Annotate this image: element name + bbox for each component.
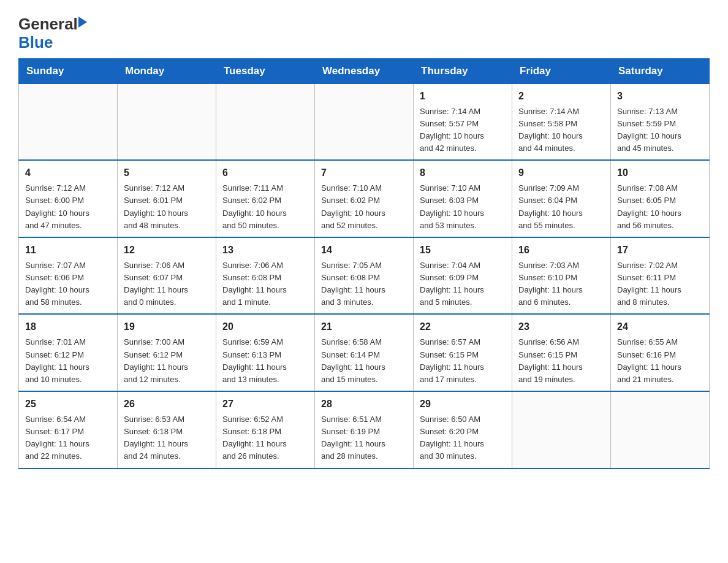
day-info: Sunrise: 6:55 AM Sunset: 6:16 PM Dayligh…	[617, 336, 703, 386]
day-number: 29	[420, 397, 506, 412]
logo-general-text: General	[18, 15, 78, 34]
calendar-cell: 4Sunrise: 7:12 AM Sunset: 6:00 PM Daylig…	[19, 160, 118, 237]
day-info: Sunrise: 7:12 AM Sunset: 6:00 PM Dayligh…	[25, 182, 111, 232]
calendar-cell: 2Sunrise: 7:14 AM Sunset: 5:58 PM Daylig…	[512, 83, 611, 160]
calendar-cell: 17Sunrise: 7:02 AM Sunset: 6:11 PM Dayli…	[611, 237, 710, 315]
calendar-cell: 15Sunrise: 7:04 AM Sunset: 6:09 PM Dayli…	[414, 237, 512, 315]
day-info: Sunrise: 7:13 AM Sunset: 5:59 PM Dayligh…	[617, 105, 703, 155]
day-number: 16	[518, 243, 604, 258]
weekday-header-tuesday: Tuesday	[216, 58, 315, 83]
day-info: Sunrise: 6:51 AM Sunset: 6:19 PM Dayligh…	[321, 413, 407, 463]
calendar-cell: 22Sunrise: 6:57 AM Sunset: 6:15 PM Dayli…	[414, 314, 512, 391]
calendar-cell: 1Sunrise: 7:14 AM Sunset: 5:57 PM Daylig…	[414, 83, 512, 160]
calendar-week-row: 1Sunrise: 7:14 AM Sunset: 5:57 PM Daylig…	[19, 83, 710, 160]
page-header: General Blue	[18, 12, 710, 52]
calendar-cell: 6Sunrise: 7:11 AM Sunset: 6:02 PM Daylig…	[216, 160, 315, 237]
day-info: Sunrise: 7:14 AM Sunset: 5:57 PM Dayligh…	[420, 105, 506, 155]
calendar-cell: 10Sunrise: 7:08 AM Sunset: 6:05 PM Dayli…	[611, 160, 710, 237]
calendar-cell: 13Sunrise: 7:06 AM Sunset: 6:08 PM Dayli…	[216, 237, 315, 315]
day-number: 24	[617, 320, 703, 334]
calendar-week-row: 11Sunrise: 7:07 AM Sunset: 6:06 PM Dayli…	[19, 237, 710, 315]
calendar-cell: 8Sunrise: 7:10 AM Sunset: 6:03 PM Daylig…	[414, 160, 512, 237]
day-number: 15	[420, 243, 506, 258]
calendar-cell: 5Sunrise: 7:12 AM Sunset: 6:01 PM Daylig…	[118, 160, 216, 237]
logo-arrow-icon	[78, 17, 87, 28]
weekday-header-row: SundayMondayTuesdayWednesdayThursdayFrid…	[19, 58, 710, 83]
weekday-header-monday: Monday	[118, 58, 216, 83]
day-info: Sunrise: 6:52 AM Sunset: 6:18 PM Dayligh…	[222, 413, 308, 463]
weekday-header-friday: Friday	[512, 58, 611, 83]
day-info: Sunrise: 7:14 AM Sunset: 5:58 PM Dayligh…	[518, 105, 604, 155]
calendar-cell: 3Sunrise: 7:13 AM Sunset: 5:59 PM Daylig…	[611, 83, 710, 160]
day-number: 20	[222, 320, 308, 334]
calendar-cell: 21Sunrise: 6:58 AM Sunset: 6:14 PM Dayli…	[315, 314, 414, 391]
day-info: Sunrise: 7:10 AM Sunset: 6:03 PM Dayligh…	[420, 182, 506, 232]
day-info: Sunrise: 7:04 AM Sunset: 6:09 PM Dayligh…	[420, 259, 506, 309]
day-info: Sunrise: 6:59 AM Sunset: 6:13 PM Dayligh…	[222, 336, 308, 386]
day-number: 13	[222, 243, 308, 258]
day-number: 23	[518, 320, 604, 334]
calendar-cell	[315, 83, 414, 160]
day-info: Sunrise: 7:02 AM Sunset: 6:11 PM Dayligh…	[617, 259, 703, 309]
day-info: Sunrise: 6:54 AM Sunset: 6:17 PM Dayligh…	[25, 413, 111, 463]
day-number: 25	[25, 397, 111, 412]
day-number: 12	[124, 243, 210, 258]
day-number: 7	[321, 166, 407, 180]
calendar-table: SundayMondayTuesdayWednesdayThursdayFrid…	[18, 58, 710, 469]
weekday-header-wednesday: Wednesday	[315, 58, 414, 83]
day-info: Sunrise: 7:06 AM Sunset: 6:08 PM Dayligh…	[222, 259, 308, 309]
calendar-cell: 18Sunrise: 7:01 AM Sunset: 6:12 PM Dayli…	[19, 314, 118, 391]
day-info: Sunrise: 7:05 AM Sunset: 6:08 PM Dayligh…	[321, 259, 407, 309]
calendar-cell: 20Sunrise: 6:59 AM Sunset: 6:13 PM Dayli…	[216, 314, 315, 391]
calendar-cell: 23Sunrise: 6:56 AM Sunset: 6:15 PM Dayli…	[512, 314, 611, 391]
day-info: Sunrise: 7:10 AM Sunset: 6:02 PM Dayligh…	[321, 182, 407, 232]
day-info: Sunrise: 7:06 AM Sunset: 6:07 PM Dayligh…	[124, 259, 210, 309]
calendar-cell	[216, 83, 315, 160]
day-number: 18	[25, 320, 111, 334]
calendar-cell	[118, 83, 216, 160]
day-number: 9	[518, 166, 604, 180]
calendar-cell	[512, 391, 611, 469]
calendar-cell: 24Sunrise: 6:55 AM Sunset: 6:16 PM Dayli…	[611, 314, 710, 391]
day-number: 27	[222, 397, 308, 412]
day-number: 4	[25, 166, 111, 180]
day-info: Sunrise: 7:09 AM Sunset: 6:04 PM Dayligh…	[518, 182, 604, 232]
calendar-cell: 28Sunrise: 6:51 AM Sunset: 6:19 PM Dayli…	[315, 391, 414, 469]
day-number: 5	[124, 166, 210, 180]
day-info: Sunrise: 7:12 AM Sunset: 6:01 PM Dayligh…	[124, 182, 210, 232]
weekday-header-sunday: Sunday	[19, 58, 118, 83]
calendar-cell: 11Sunrise: 7:07 AM Sunset: 6:06 PM Dayli…	[19, 237, 118, 315]
day-info: Sunrise: 7:07 AM Sunset: 6:06 PM Dayligh…	[25, 259, 111, 309]
calendar-cell	[611, 391, 710, 469]
logo: General Blue	[18, 12, 87, 52]
day-info: Sunrise: 6:57 AM Sunset: 6:15 PM Dayligh…	[420, 336, 506, 386]
day-number: 26	[124, 397, 210, 412]
calendar-cell: 12Sunrise: 7:06 AM Sunset: 6:07 PM Dayli…	[118, 237, 216, 315]
logo-blue-text: Blue	[18, 33, 53, 52]
day-info: Sunrise: 7:00 AM Sunset: 6:12 PM Dayligh…	[124, 336, 210, 386]
day-info: Sunrise: 6:50 AM Sunset: 6:20 PM Dayligh…	[420, 413, 506, 463]
day-info: Sunrise: 6:58 AM Sunset: 6:14 PM Dayligh…	[321, 336, 407, 386]
calendar-week-row: 25Sunrise: 6:54 AM Sunset: 6:17 PM Dayli…	[19, 391, 710, 469]
weekday-header-saturday: Saturday	[611, 58, 710, 83]
day-number: 3	[617, 89, 703, 104]
day-info: Sunrise: 6:56 AM Sunset: 6:15 PM Dayligh…	[518, 336, 604, 386]
day-number: 17	[617, 243, 703, 258]
calendar-cell: 26Sunrise: 6:53 AM Sunset: 6:18 PM Dayli…	[118, 391, 216, 469]
day-number: 6	[222, 166, 308, 180]
day-number: 21	[321, 320, 407, 334]
day-info: Sunrise: 7:01 AM Sunset: 6:12 PM Dayligh…	[25, 336, 111, 386]
day-number: 14	[321, 243, 407, 258]
calendar-week-row: 18Sunrise: 7:01 AM Sunset: 6:12 PM Dayli…	[19, 314, 710, 391]
day-info: Sunrise: 7:03 AM Sunset: 6:10 PM Dayligh…	[518, 259, 604, 309]
day-number: 19	[124, 320, 210, 334]
calendar-cell: 27Sunrise: 6:52 AM Sunset: 6:18 PM Dayli…	[216, 391, 315, 469]
calendar-cell: 16Sunrise: 7:03 AM Sunset: 6:10 PM Dayli…	[512, 237, 611, 315]
day-number: 28	[321, 397, 407, 412]
day-info: Sunrise: 6:53 AM Sunset: 6:18 PM Dayligh…	[124, 413, 210, 463]
day-number: 11	[25, 243, 111, 258]
day-number: 8	[420, 166, 506, 180]
day-number: 2	[518, 89, 604, 104]
calendar-cell: 7Sunrise: 7:10 AM Sunset: 6:02 PM Daylig…	[315, 160, 414, 237]
calendar-cell: 9Sunrise: 7:09 AM Sunset: 6:04 PM Daylig…	[512, 160, 611, 237]
